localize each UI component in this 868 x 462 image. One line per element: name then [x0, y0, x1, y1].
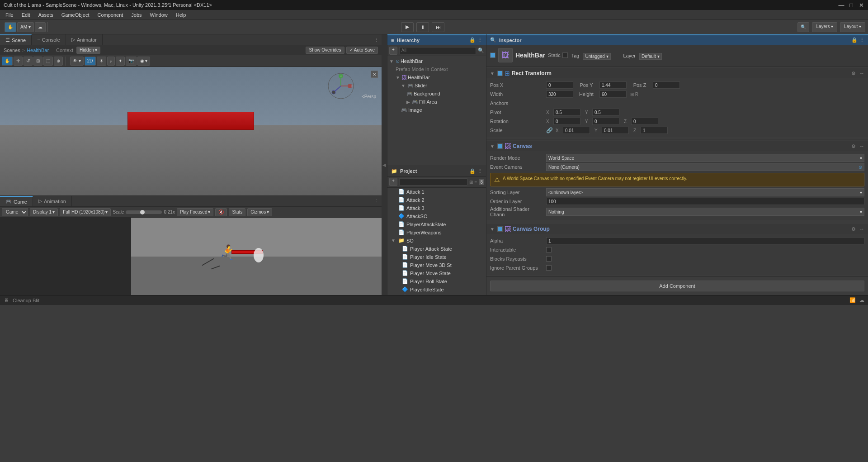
hier-item-healthbar-root[interactable]: ▼ ⊙ HealthBar	[387, 57, 486, 65]
proj-item-attack2[interactable]: 📄 Attack 2	[387, 196, 486, 204]
status-cloud-icon[interactable]: ☁	[859, 297, 864, 303]
game-viewport[interactable]: 🏃	[131, 218, 382, 295]
status-wifi-icon[interactable]: 📶	[849, 297, 856, 303]
hier-item-fillarea[interactable]: ▶ 🎮 Fill Area	[387, 98, 486, 106]
proj-item-so-folder[interactable]: ▼ 📁 SO	[387, 237, 486, 245]
tab-scene[interactable]: ☰ Scene	[0, 34, 32, 45]
tag-dropdown[interactable]: Untagged ▾	[583, 53, 610, 60]
proj-item-pm3dstate[interactable]: 🔷 PlayerMove3DState	[387, 294, 486, 295]
rect-tool-btn[interactable]: ⬚	[43, 57, 53, 66]
event-camera-dropdown[interactable]: None (Camera) ⊙	[546, 163, 864, 171]
menu-assets[interactable]: Assets	[35, 11, 57, 19]
scene-tab-options[interactable]: ⋮	[372, 34, 382, 45]
tab-animator[interactable]: ▷ Animator	[66, 34, 103, 45]
scale-tool-btn[interactable]: ⊞	[33, 57, 42, 66]
hier-item-image[interactable]: 🎮 Image	[387, 106, 486, 114]
add-component-button[interactable]: Add Component	[490, 281, 864, 291]
stats-btn[interactable]: Stats	[229, 208, 245, 216]
toolbar-cloud-btn[interactable]: AM ▾	[17, 22, 34, 32]
proj-item-attackso[interactable]: 🔷 AttackSO	[387, 212, 486, 220]
ignore-parent-checkbox[interactable]	[546, 265, 552, 271]
light-btn[interactable]: ☀	[97, 57, 106, 66]
hierarchy-more-icon[interactable]: ⋮	[477, 37, 482, 43]
rect-transform-header[interactable]: ▼ ⊞ Rect Transform ⚙ ↔	[486, 68, 868, 78]
proj-item-pas2[interactable]: 📄 Player Attack State	[387, 245, 486, 253]
project-lock-icon[interactable]: 🔒	[469, 168, 476, 174]
scale-y-input[interactable]	[602, 127, 629, 134]
game-tab-options[interactable]: ⋮	[372, 196, 382, 206]
play-focused-btn[interactable]: Play Focused ▾	[177, 208, 214, 216]
rect-transform-gear[interactable]: ⚙	[851, 71, 856, 76]
toolbar-hand-tool[interactable]: ✋	[5, 22, 16, 32]
menu-help[interactable]: Help	[172, 11, 190, 19]
proj-item-prs[interactable]: 📄 Player Roll State	[387, 277, 486, 286]
pos-y-input[interactable]	[599, 81, 627, 89]
event-camera-circle[interactable]: ⊙	[859, 165, 862, 170]
proj-item-playeridlestate[interactable]: 🔷 PlayerIdleState	[387, 286, 486, 294]
project-add-btn[interactable]: +	[389, 178, 397, 186]
2d-btn[interactable]: 2D	[85, 57, 96, 66]
fx-btn[interactable]: ✦	[116, 57, 125, 66]
cg-gear[interactable]: ⚙	[851, 226, 856, 232]
layout-dropdown[interactable]: Layout ▾	[840, 22, 865, 32]
sorting-layer-dropdown[interactable]: <unknown layer> ▾	[546, 188, 864, 196]
context-value-btn[interactable]: Hidden ▾	[76, 47, 100, 54]
height-input[interactable]	[599, 90, 627, 98]
maximize-button[interactable]: □	[848, 2, 854, 8]
scale-link-icon[interactable]: 🔗	[546, 127, 553, 133]
gizmos-game-btn[interactable]: Gizmos ▾	[247, 208, 272, 216]
project-more-icon[interactable]: ⋮	[477, 168, 482, 174]
canvas-group-header[interactable]: ▼ 🖼 Canvas Group ⚙ ↔	[486, 224, 868, 234]
tab-console[interactable]: ≡ Console	[32, 34, 66, 45]
canvas-gear[interactable]: ⚙	[851, 143, 856, 149]
hier-item-context-mode[interactable]: Prefab Mode in Context	[387, 65, 486, 73]
mute-btn[interactable]: 🔇	[215, 208, 227, 216]
hand-tool-btn[interactable]: ✋	[2, 57, 13, 66]
pos-x-input[interactable]	[546, 81, 573, 89]
hierarchy-search-input[interactable]	[399, 47, 476, 54]
close-button[interactable]: ✕	[858, 2, 864, 8]
menu-edit[interactable]: Edit	[18, 11, 34, 19]
rot-x-input[interactable]	[553, 118, 580, 125]
menu-gameobject[interactable]: GameObject	[58, 11, 93, 19]
scene-corner-close[interactable]: ✕	[371, 71, 378, 78]
active-checkbox[interactable]	[490, 52, 495, 58]
proj-item-playerweapons[interactable]: 📄 PlayerWeapons	[387, 229, 486, 237]
combined-tool-btn[interactable]: ⊕	[54, 57, 63, 66]
proj-item-attack3[interactable]: 📄 Attack 3	[387, 204, 486, 212]
hierarchy-search-icon[interactable]: 🔍	[478, 48, 484, 53]
separator-arrow[interactable]: ◀	[382, 34, 387, 295]
search-button[interactable]: 🔍	[797, 22, 809, 32]
game-select[interactable]: Game	[2, 208, 28, 216]
inspector-more-icon[interactable]: ⋮	[859, 37, 864, 43]
rot-z-input[interactable]	[631, 118, 658, 125]
scale-x-input[interactable]	[563, 127, 590, 134]
pivot-y-input[interactable]	[592, 109, 619, 116]
menu-jobs[interactable]: Jobs	[127, 11, 145, 19]
width-input[interactable]	[546, 90, 573, 98]
project-search-input[interactable]	[399, 178, 467, 186]
project-list-toggle[interactable]: ≡	[475, 180, 477, 185]
pos-z-input[interactable]	[653, 81, 680, 89]
blocks-raycasts-checkbox[interactable]	[546, 256, 552, 262]
pivot-x-input[interactable]	[553, 109, 580, 116]
tab-game[interactable]: 🎮 Game	[0, 196, 33, 206]
rect-transform-more[interactable]: ↔	[859, 71, 864, 76]
static-checkbox[interactable]	[562, 52, 568, 58]
menu-file[interactable]: File	[2, 11, 17, 19]
hier-item-healthbar[interactable]: ▼ 🖼 HealthBar	[387, 73, 486, 81]
resolution-dropdown[interactable]: Full HD (1920x1080) ▾	[60, 208, 111, 216]
menu-component[interactable]: Component	[94, 11, 127, 19]
hierarchy-add-btn[interactable]: +	[389, 47, 397, 55]
play-button[interactable]: ▶	[401, 22, 414, 32]
gizmos-btn[interactable]: ◉ ▾	[137, 57, 151, 66]
scene-view[interactable]: Y X <Persp ✕	[0, 67, 382, 195]
step-button[interactable]: ⏭	[432, 22, 444, 32]
toolbar-cloud[interactable]: ☁	[35, 22, 46, 32]
show-overrides-btn[interactable]: Show Overrides	[306, 47, 344, 54]
minimize-button[interactable]: —	[838, 2, 844, 8]
hier-item-background[interactable]: 🎮 Background	[387, 90, 486, 98]
canvas-active-checkbox[interactable]	[497, 143, 503, 149]
project-view-toggle[interactable]: ⊞	[469, 180, 473, 185]
tab-animation[interactable]: ▷ Animation	[33, 196, 72, 206]
